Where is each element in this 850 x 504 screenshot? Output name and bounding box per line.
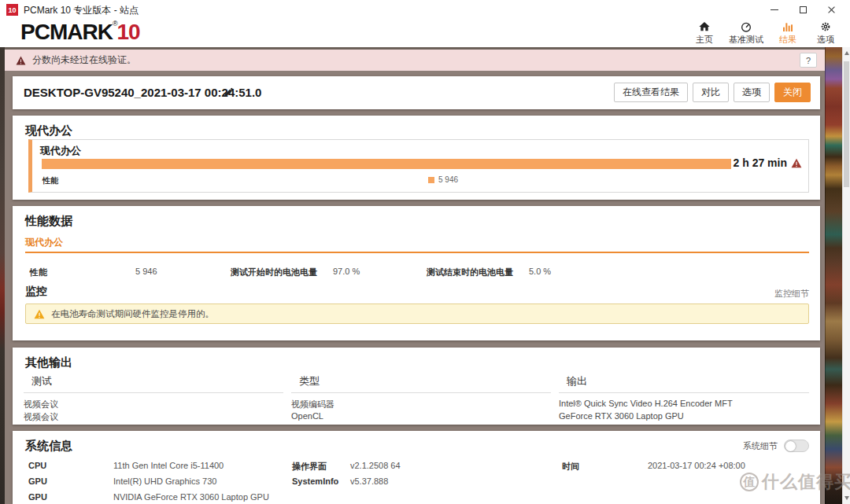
sys-value: NVIDIA GeForce RTX 3060 Laptop GPU bbox=[113, 492, 269, 502]
view-online-button[interactable]: 在线查看结果 bbox=[614, 83, 688, 102]
battery-result-title: 现代办公 bbox=[40, 144, 81, 158]
maximize-button[interactable] bbox=[789, 0, 817, 19]
sys-value: v5.37.888 bbox=[350, 476, 388, 486]
nav-results[interactable]: 结果 bbox=[774, 20, 801, 46]
table-cell: 视频会议 bbox=[24, 411, 58, 423]
header-divider bbox=[559, 392, 809, 393]
close-result-button[interactable]: 关闭 bbox=[774, 83, 811, 102]
column-header-test: 测试 bbox=[31, 374, 52, 388]
window-title: PCMark 10 专业版本 - 站点 bbox=[24, 4, 139, 17]
tab-underline bbox=[25, 252, 809, 253]
other-output-card: 其他输出 测试 类型 输出 视频会议 视频编码器 Intel® Quick Sy… bbox=[13, 348, 820, 425]
system-info-title: 系统信息 bbox=[25, 439, 72, 454]
duration-warning-icon bbox=[791, 158, 802, 168]
table-cell: OpenCL bbox=[291, 411, 323, 421]
warning-triangle-icon bbox=[16, 56, 26, 65]
header-divider bbox=[24, 392, 283, 393]
performance-label: 性能 bbox=[42, 175, 58, 186]
performance-score: 5 946 bbox=[438, 175, 458, 184]
sys-label: GPU bbox=[28, 492, 47, 502]
scrollbar-thumb[interactable] bbox=[844, 61, 849, 187]
metric-label: 性能 bbox=[30, 267, 47, 278]
close-icon bbox=[827, 6, 836, 14]
nav-results-label: 结果 bbox=[779, 34, 796, 46]
metric-value: 5.0 % bbox=[529, 267, 551, 276]
scrollbar[interactable] bbox=[842, 47, 850, 504]
logo-text: PCMARK bbox=[20, 20, 113, 44]
title-bar: 10 PCMark 10 专业版本 - 站点 bbox=[0, 0, 850, 19]
column-header-output: 输出 bbox=[567, 374, 587, 388]
yellow-warning-icon bbox=[26, 309, 45, 319]
options-button[interactable]: 选项 bbox=[734, 83, 770, 102]
sys-label: GPU bbox=[28, 476, 47, 486]
main-nav: 主页 基准测试 结果 选项 bbox=[691, 20, 839, 46]
modern-office-card: 现代办公 现代办公 2 h 27 min 性能 5 946 bbox=[13, 116, 820, 200]
nav-benchmarks-label: 基准测试 bbox=[729, 34, 763, 46]
performance-data-title: 性能数据 bbox=[25, 214, 72, 229]
minimize-button[interactable] bbox=[760, 0, 789, 19]
metric-label: 测试结束时的电池电量 bbox=[427, 267, 513, 278]
metric-label: 测试开始时的电池电量 bbox=[231, 267, 317, 278]
sys-label: CPU bbox=[28, 461, 46, 470]
battery-duration: 2 h 27 min bbox=[734, 156, 787, 169]
column-header-type: 类型 bbox=[299, 374, 320, 388]
nav-benchmarks[interactable]: 基准测试 bbox=[729, 20, 763, 46]
help-button[interactable]: ? bbox=[800, 53, 817, 68]
toggle-knob bbox=[785, 441, 796, 451]
scroll-down-icon[interactable] bbox=[844, 496, 849, 500]
monitoring-details-link[interactable]: 监控细节 bbox=[774, 288, 809, 300]
pcmark-window: 10 PCMark 10 专业版本 - 站点 PCMARK®10 主页 基准测试… bbox=[0, 0, 850, 504]
monitoring-warning-text: 在电池寿命测试期间硬件监控是停用的。 bbox=[51, 308, 214, 320]
desktop-wallpaper-right bbox=[825, 47, 842, 504]
table-cell: 视频编码器 bbox=[291, 399, 334, 410]
legend-square-icon bbox=[428, 177, 434, 183]
battery-result-box: 现代办公 2 h 27 min 性能 5 946 bbox=[28, 139, 809, 193]
home-icon bbox=[697, 20, 711, 33]
table-cell: Intel® Quick Sync Video H.264 Encoder MF… bbox=[559, 399, 733, 408]
bar-chart-icon bbox=[781, 20, 795, 33]
compare-button[interactable]: 对比 bbox=[693, 83, 729, 102]
minimize-icon bbox=[771, 9, 778, 10]
tab-modern-office[interactable]: 现代办公 bbox=[25, 236, 63, 249]
pcmark-logo: PCMARK®10 bbox=[20, 20, 140, 45]
header-divider bbox=[291, 392, 551, 393]
system-details-toggle[interactable] bbox=[784, 440, 809, 452]
table-cell: GeForce RTX 3060 Laptop GPU bbox=[559, 411, 684, 421]
close-window-button[interactable] bbox=[817, 0, 845, 19]
app-icon: 10 bbox=[6, 4, 18, 16]
banner-message: 分数尚未经过在线验证。 bbox=[32, 53, 136, 67]
result-header-card: DESKTOP-GV95240_2021-03-17 00:24:51.0 在线… bbox=[13, 76, 820, 109]
sys-label: SystemInfo bbox=[292, 476, 338, 486]
sys-label: 时间 bbox=[562, 461, 579, 473]
monitoring-warning: 在电池寿命测试期间硬件监控是停用的。 bbox=[25, 304, 809, 324]
logo-number: 10 bbox=[117, 20, 140, 44]
nav-home-label: 主页 bbox=[696, 34, 713, 46]
edit-pencil-icon[interactable] bbox=[224, 86, 235, 97]
sys-value: v2.1.2508 64 bbox=[350, 461, 401, 470]
scroll-up-icon[interactable] bbox=[844, 51, 849, 55]
metric-value: 97.0 % bbox=[333, 267, 360, 276]
gear-icon bbox=[819, 20, 833, 33]
app-header: PCMARK®10 主页 基准测试 结果 选项 bbox=[0, 19, 850, 47]
table-cell: 视频会议 bbox=[24, 399, 58, 410]
sys-label: 操作界面 bbox=[292, 461, 327, 473]
performance-legend: 5 946 bbox=[428, 175, 458, 184]
nav-options[interactable]: 选项 bbox=[812, 20, 839, 46]
other-output-title: 其他输出 bbox=[25, 355, 72, 370]
maximize-icon bbox=[800, 6, 807, 13]
validation-banner: 分数尚未经过在线验证。 ? bbox=[5, 50, 825, 71]
performance-data-card: 性能数据 现代办公 性能 5 946 测试开始时的电池电量 97.0 % 测试结… bbox=[13, 206, 820, 340]
sys-value: 11th Gen Intel Core i5-11400 bbox=[113, 461, 224, 470]
gauge-icon bbox=[739, 20, 753, 33]
system-info-card: 系统信息 系统细节 CPU 11th Gen Intel Core i5-114… bbox=[13, 431, 820, 504]
nav-home[interactable]: 主页 bbox=[691, 20, 718, 46]
monitoring-title: 监控 bbox=[25, 285, 47, 299]
battery-life-bar bbox=[42, 159, 731, 169]
modern-office-section-title: 现代办公 bbox=[25, 123, 72, 138]
sys-value: 2021-03-17 00:24 +08:00 bbox=[648, 461, 745, 470]
sys-value: Intel(R) UHD Graphics 730 bbox=[113, 476, 216, 486]
system-details-label: 系统细节 bbox=[743, 440, 778, 452]
metric-value: 5 946 bbox=[135, 267, 157, 276]
nav-options-label: 选项 bbox=[817, 34, 834, 46]
